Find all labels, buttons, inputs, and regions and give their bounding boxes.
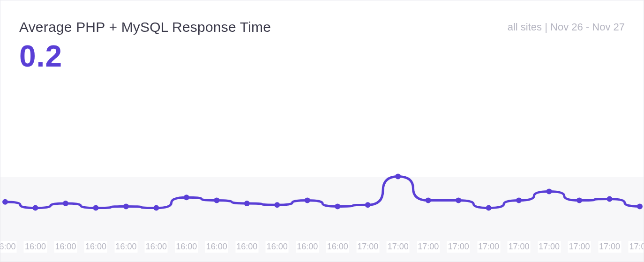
- x-tick-label: 17:00: [477, 241, 500, 253]
- chart-point: [365, 202, 371, 208]
- response-time-card: Average PHP + MySQL Response Time all si…: [0, 0, 644, 262]
- x-tick-label: 17:00: [598, 241, 621, 253]
- x-tick-label: 16:00: [296, 241, 319, 253]
- card-header: Average PHP + MySQL Response Time all si…: [0, 0, 644, 35]
- x-tick-label: 16:00: [326, 241, 349, 253]
- x-tick-label: 16:00: [235, 241, 258, 253]
- chart-point: [547, 188, 552, 194]
- line-chart-svg: [0, 83, 644, 233]
- x-tick-label: 16:00: [84, 241, 107, 253]
- x-tick-label: 16:00: [145, 241, 168, 253]
- chart-point: [63, 201, 68, 206]
- chart-point: [516, 198, 522, 203]
- chart-point: [274, 202, 280, 208]
- chart-point: [577, 198, 582, 203]
- x-tick-label: 17:00: [447, 241, 470, 253]
- x-tick-label: 16:00: [266, 241, 289, 253]
- x-tick-label: 17:00: [508, 241, 531, 253]
- chart-point: [93, 205, 98, 211]
- chart-x-labels: 16:0016:0016:0016:0016:0016:0016:0016:00…: [0, 241, 644, 255]
- chart-point: [32, 205, 38, 211]
- chart-point: [305, 198, 310, 203]
- x-tick-label: 16:00: [54, 241, 77, 253]
- chart-title: Average PHP + MySQL Response Time: [19, 19, 271, 35]
- chart-point: [153, 205, 159, 211]
- chart-date-range: all sites | Nov 26 - Nov 27: [508, 21, 625, 33]
- chart-point: [607, 196, 613, 202]
- chart-point: [335, 203, 340, 209]
- x-tick-label: 16:00: [205, 241, 228, 253]
- x-tick-label: 17:00: [356, 241, 379, 253]
- chart-point: [456, 198, 461, 203]
- x-tick-label: 16:00: [114, 241, 137, 253]
- chart-point: [426, 198, 431, 203]
- x-tick-label: 17:00: [628, 241, 644, 253]
- chart-point: [395, 173, 401, 179]
- summary-value: 0.2: [0, 35, 644, 74]
- x-tick-label: 17:00: [387, 241, 410, 253]
- x-tick-label: 16:00: [24, 241, 47, 253]
- chart-plot: 16:0016:0016:0016:0016:0016:0016:0016:00…: [0, 83, 644, 262]
- chart-point: [2, 199, 8, 205]
- x-tick-label: 17:00: [417, 241, 440, 253]
- chart-point: [244, 201, 250, 206]
- chart-point: [123, 203, 129, 209]
- chart-point: [637, 203, 643, 209]
- chart-point: [214, 198, 219, 203]
- x-tick-label: 17:00: [568, 241, 591, 253]
- chart-point: [486, 205, 492, 211]
- chart-point: [184, 195, 189, 200]
- x-tick-label: 16:00: [0, 241, 17, 253]
- x-tick-label: 17:00: [538, 241, 561, 253]
- x-tick-label: 16:00: [175, 241, 198, 253]
